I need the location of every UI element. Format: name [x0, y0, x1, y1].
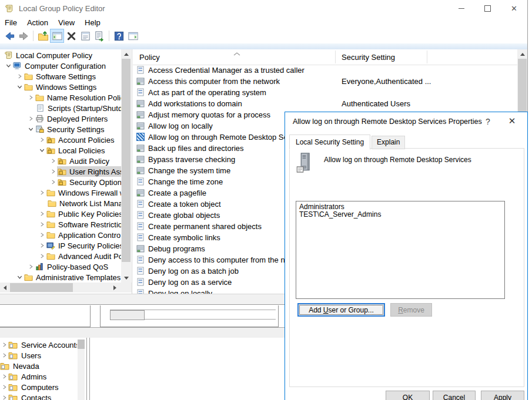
chevron-collapsed-icon[interactable]	[49, 157, 57, 164]
ad-tree-item-contacts[interactable]: Contacts	[0, 392, 77, 400]
chevron-expanded-icon[interactable]	[27, 126, 35, 133]
help-button[interactable]	[112, 29, 126, 43]
tree-item-computer-configuration[interactable]: Computer Configuration	[0, 60, 121, 71]
tree-item-application-contro[interactable]: Application Contro	[0, 230, 121, 240]
policy-row-access-credential-manager-as-a-trusted-cal[interactable]: Access Credential Manager as a trusted c…	[133, 65, 517, 76]
back-button[interactable]	[2, 29, 16, 43]
tree-item-security-settings[interactable]: Security Settings	[0, 124, 121, 135]
chevron-collapsed-icon[interactable]	[49, 179, 57, 186]
members-listbox[interactable]: AdministratorsTEST\CA_Server_Admins	[296, 201, 505, 299]
scroll-up-icon[interactable]	[517, 49, 527, 59]
chevron-collapsed-icon[interactable]	[27, 115, 35, 122]
tab-local-security-setting[interactable]: Local Security Setting	[289, 135, 370, 150]
chevron-collapsed-icon[interactable]	[1, 384, 8, 391]
chevron-collapsed-icon[interactable]	[38, 231, 46, 238]
policy-name: Act as part of the operating system	[148, 88, 335, 97]
ad-tree-item-nevada[interactable]: Nevada	[0, 361, 77, 371]
forward-button[interactable]	[16, 29, 31, 43]
ad-tree-item-admins[interactable]: Admins	[0, 371, 77, 382]
cancel-button[interactable]: Cancel	[433, 391, 476, 400]
close-icon[interactable]: ✕	[504, 116, 520, 126]
column-header-security-setting[interactable]: Security Setting	[342, 53, 395, 62]
tree-item-ip-security-policies[interactable]: IP Security Policies	[0, 240, 121, 251]
tree-item-advanced-audit-po[interactable]: Advanced Audit Po	[0, 251, 121, 261]
close-icon[interactable]: ✕	[501, 0, 527, 16]
tree-item-user-rights-assi[interactable]: User Rights Assi	[0, 166, 121, 177]
ok-button[interactable]: OK	[386, 391, 430, 400]
tree-item-software-restriction[interactable]: Software Restriction	[0, 219, 121, 230]
column-divider[interactable]	[427, 51, 427, 63]
chevron-expanded-icon[interactable]	[16, 274, 24, 281]
column-header-policy[interactable]: Policy	[139, 53, 160, 62]
delete-button[interactable]	[64, 29, 78, 43]
tree-item-account-policies[interactable]: Account Policies	[0, 135, 121, 145]
chevron-collapsed-icon[interactable]	[1, 373, 8, 380]
chevron-collapsed-icon[interactable]	[1, 394, 8, 400]
ad-tree-item-service-accounts[interactable]: Service Accounts	[0, 340, 77, 350]
show-console-tree-button[interactable]	[50, 29, 64, 43]
maximize-icon[interactable]	[474, 0, 501, 16]
menu-help[interactable]: Help	[85, 18, 101, 27]
chevron-expanded-icon[interactable]	[16, 83, 24, 90]
tree-item-windows-settings[interactable]: Windows Settings	[0, 82, 121, 92]
chevron-collapsed-icon[interactable]	[38, 136, 46, 143]
folder-lock-icon	[58, 167, 66, 176]
chevron-collapsed-icon[interactable]	[38, 210, 46, 217]
tree-item-software-settings[interactable]: Software Settings	[0, 71, 121, 82]
tree-item-windows-firewall-w[interactable]: Windows Firewall w	[0, 187, 121, 198]
ad-tree-item-computers[interactable]: Computers	[0, 382, 77, 392]
policy-row-access-this-computer-from-the-network[interactable]: Access this computer from the networkEve…	[133, 76, 517, 87]
chevron-collapsed-icon[interactable]	[27, 263, 35, 270]
chevron-collapsed-icon[interactable]	[38, 242, 46, 249]
tree-item-administrative-templates[interactable]: Administrative Templates	[0, 272, 121, 283]
tree-horizontal-scrollbar[interactable]	[0, 283, 132, 293]
scroll-down-icon[interactable]	[121, 273, 131, 283]
tree-item-deployed-printers[interactable]: Deployed Printers	[0, 113, 121, 124]
up-one-level-button[interactable]	[36, 29, 50, 43]
scroll-right-icon[interactable]	[110, 283, 120, 293]
scroll-left-icon[interactable]	[0, 283, 10, 293]
show-action-pane-button[interactable]	[126, 29, 140, 43]
scroll-up-icon[interactable]	[121, 49, 131, 59]
add-user-or-group-button[interactable]: Add User or Group...	[297, 303, 385, 317]
tree-vertical-scrollbar[interactable]	[121, 49, 131, 283]
tree-item-scripts-startup-shutdo[interactable]: Scripts (Startup/Shutdo	[0, 103, 121, 113]
export-list-button[interactable]	[92, 29, 106, 43]
scrollbar-thumb[interactable]	[78, 340, 85, 349]
menu-file[interactable]: File	[5, 18, 17, 27]
chevron-expanded-icon[interactable]	[38, 147, 46, 154]
menu-view[interactable]: View	[58, 18, 75, 27]
tree-item-audit-policy[interactable]: Audit Policy	[0, 156, 121, 166]
member-item[interactable]: TEST\CA_Server_Admins	[299, 211, 501, 219]
chevron-collapsed-icon[interactable]	[38, 221, 46, 228]
chevron-collapsed-icon[interactable]	[38, 189, 46, 196]
policy-row-add-workstations-to-domain[interactable]: Add workstations to domainAuthenticated …	[133, 98, 517, 109]
chevron-collapsed-icon[interactable]	[1, 352, 8, 359]
chevron-collapsed-icon[interactable]	[16, 73, 24, 80]
policy-row-act-as-part-of-the-operating-system[interactable]: Act as part of the operating system	[133, 87, 517, 98]
tree-item-local-computer-policy[interactable]: Local Computer Policy	[0, 50, 121, 60]
column-divider[interactable]	[335, 51, 336, 63]
properties-button[interactable]	[78, 29, 92, 43]
tree-item-local-policies[interactable]: Local Policies	[0, 145, 121, 156]
tree-item-public-key-policies[interactable]: Public Key Policies	[0, 209, 121, 219]
background-scrollbar[interactable]	[78, 340, 85, 400]
chevron-collapsed-icon[interactable]	[49, 168, 57, 175]
tree-item-policy-based-qos[interactable]: Policy-based QoS	[0, 261, 121, 272]
chevron-collapsed-icon[interactable]	[1, 341, 8, 348]
minimize-icon[interactable]	[448, 0, 474, 16]
remove-button[interactable]: Remove	[390, 303, 432, 317]
help-button[interactable]: ?	[481, 117, 494, 126]
tree-item-network-list-mana[interactable]: Network List Mana	[0, 198, 121, 209]
chevron-collapsed-icon[interactable]	[27, 94, 35, 101]
tree-item-security-option[interactable]: Security Option	[0, 177, 121, 187]
chevron-expanded-icon[interactable]	[5, 62, 12, 69]
tab-explain[interactable]: Explain	[372, 136, 405, 149]
ad-tree-item-users[interactable]: Users	[0, 350, 77, 361]
tree-item-name-resolution-polic[interactable]: Name Resolution Polic	[0, 92, 121, 103]
scrollbar-thumb[interactable]	[10, 283, 73, 292]
apply-button[interactable]: Apply	[481, 391, 524, 400]
scrollbar-thumb[interactable]	[122, 59, 131, 262]
menu-action[interactable]: Action	[27, 18, 48, 27]
chevron-collapsed-icon[interactable]	[38, 253, 46, 260]
